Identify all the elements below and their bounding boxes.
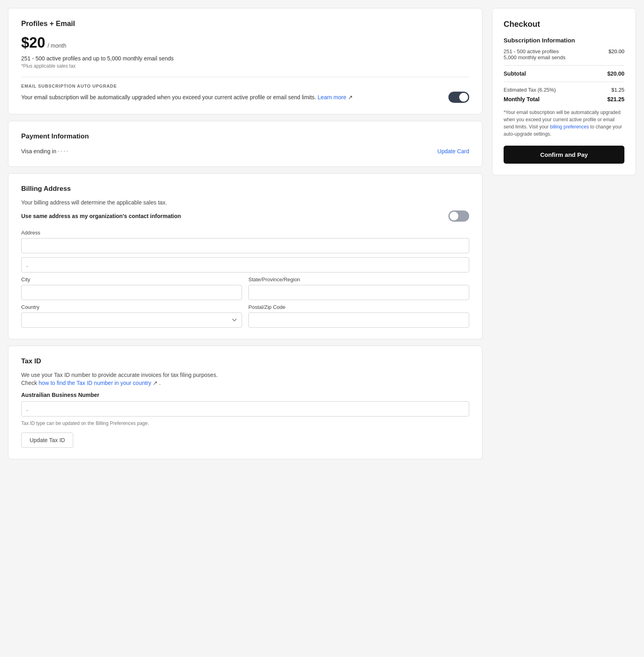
payment-row: Visa ending in ···· Update Card [21, 147, 469, 155]
checkout-title: Checkout [504, 20, 624, 29]
same-address-label: Use same address as my organization's co… [21, 213, 181, 219]
postal-label: Postal/Zip Code [248, 304, 469, 310]
checkout-subtotal-label: Subtotal [504, 70, 526, 77]
address-line2-input[interactable] [21, 257, 469, 272]
plan-divider [21, 77, 469, 77]
country-field-group: Country [21, 304, 242, 328]
country-select[interactable] [21, 312, 242, 328]
subscription-info-title: Subscription Information [504, 37, 624, 44]
tax-id-field-section: Austrailian Business Number [21, 392, 469, 417]
state-label: State/Province/Region [248, 276, 469, 282]
auto-upgrade-label: EMAIL SUBSCRIPTION AUTO UPGRADE [21, 84, 469, 88]
card-dots: ···· [58, 147, 69, 155]
address-row-city-state: City State/Province/Region [21, 276, 469, 300]
address-line1-input[interactable] [21, 238, 469, 253]
tax-id-input[interactable] [21, 401, 469, 417]
same-address-toggle[interactable] [448, 210, 469, 222]
billing-card: Billing Address Your billing address wil… [8, 173, 482, 339]
update-card-link[interactable]: Update Card [438, 148, 469, 154]
checkout-profiles-value: $20.00 [608, 48, 624, 54]
checkout-total-value: $21.25 [607, 96, 624, 102]
city-input[interactable] [21, 285, 242, 300]
checkout-divider-2 [504, 82, 624, 82]
tax-id-how-to-link[interactable]: how to find the Tax ID number in your co… [39, 380, 151, 386]
price-period: / month [48, 42, 66, 49]
plan-card: Profiles + Email $20 / month 251 - 500 a… [8, 8, 482, 114]
address-row-country-postal: Country Postal/Zip Code [21, 304, 469, 328]
confirm-pay-button[interactable]: Confirm and Pay [504, 146, 624, 164]
plan-note: *Plus applicable sales tax [21, 63, 469, 69]
city-field-group: City [21, 276, 242, 300]
price-row: $20 / month [21, 34, 469, 51]
toggle-slider-on [448, 92, 469, 103]
checkout-total-row: Monthly Total $21.25 [504, 96, 624, 102]
checkout-profiles-row: 251 - 500 active profiles 5,000 monthly … [504, 48, 624, 60]
checkout-tax-value: $1.25 [611, 87, 624, 93]
postal-field-group: Postal/Zip Code [248, 304, 469, 328]
tax-note: Tax ID type can be updated on the Billin… [21, 421, 469, 426]
external-icon: ↗ [348, 94, 353, 100]
address-fields: Address City State/Province/Region [21, 230, 469, 328]
billing-title: Billing Address [21, 185, 469, 193]
address-label-group: Address [21, 230, 469, 253]
city-label: City [21, 276, 242, 282]
checkout-total-label: Monthly Total [504, 96, 540, 102]
billing-description: Your billing address will determine the … [21, 199, 469, 206]
price-amount: $20 [21, 34, 45, 51]
left-column: Profiles + Email $20 / month 251 - 500 a… [8, 8, 482, 459]
checkout-tax-row: Estimated Tax (6.25%) $1.25 [504, 87, 624, 93]
auto-upgrade-toggle[interactable] [448, 92, 469, 103]
tax-id-title: Tax ID [21, 357, 469, 365]
same-address-slider [448, 210, 469, 222]
payment-title: Payment Information [21, 132, 469, 140]
address-label: Address [21, 230, 469, 236]
country-label: Country [21, 304, 242, 310]
auto-upgrade-row: Your email subscription will be automati… [21, 92, 469, 103]
auto-upgrade-section: EMAIL SUBSCRIPTION AUTO UPGRADE Your ema… [21, 84, 469, 103]
tax-field-label: Austrailian Business Number [21, 392, 469, 398]
tax-description: We use your Tax ID number to provide acc… [21, 372, 469, 378]
auto-upgrade-text: Your email subscription will be automati… [21, 94, 448, 100]
checkout-tax-label: Estimated Tax (6.25%) [504, 87, 556, 93]
checkout-auto-note: *Your email subscription will be automat… [504, 109, 624, 138]
checkout-card: Checkout Subscription Information 251 - … [492, 8, 636, 175]
plan-description: 251 - 500 active profiles and up to 5,00… [21, 55, 469, 62]
state-field-group: State/Province/Region [248, 276, 469, 300]
checkout-profiles-label: 251 - 500 active profiles 5,000 monthly … [504, 48, 608, 60]
payment-label: Visa ending in ···· [21, 147, 69, 155]
tax-id-card: Tax ID We use your Tax ID number to prov… [8, 346, 482, 459]
external-icon-tax: ↗ [153, 380, 158, 386]
same-address-row: Use same address as my organization's co… [21, 210, 469, 222]
postal-input[interactable] [248, 312, 469, 328]
billing-preferences-link[interactable]: billing preferences [550, 124, 589, 130]
tax-description-link-row: Check how to find the Tax ID number in y… [21, 380, 469, 386]
checkout-divider-1 [504, 65, 624, 66]
checkout-subtotal-value: $20.00 [607, 70, 624, 77]
payment-card: Payment Information Visa ending in ···· … [8, 121, 482, 167]
right-column: Checkout Subscription Information 251 - … [492, 8, 636, 175]
checkout-subtotal-row: Subtotal $20.00 [504, 70, 624, 77]
state-input[interactable] [248, 285, 469, 300]
learn-more-link[interactable]: Learn more [318, 94, 346, 100]
plan-title: Profiles + Email [21, 20, 469, 28]
update-tax-button[interactable]: Update Tax ID [21, 433, 73, 448]
